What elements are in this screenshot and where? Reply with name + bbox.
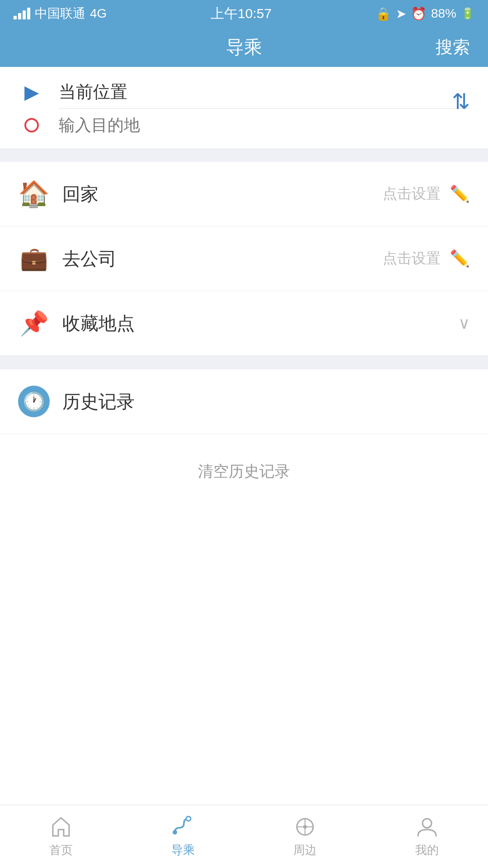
origin-row: ▶ 当前位置 xyxy=(18,80,470,104)
svg-point-0 xyxy=(173,830,177,835)
nav-item-home[interactable]: 首页 xyxy=(0,815,122,858)
nav-item-mine[interactable]: 我的 xyxy=(366,815,488,858)
location-icon: ➤ xyxy=(396,6,406,21)
network-label: 4G xyxy=(90,6,107,21)
briefcase-icon: 💼 xyxy=(20,245,48,272)
status-time: 上午10:57 xyxy=(211,5,272,23)
header: 导乘 搜索 xyxy=(0,27,488,67)
search-area: ▶ 当前位置 ⇅ xyxy=(0,67,488,148)
swap-button[interactable]: ⇅ xyxy=(452,89,470,114)
quick-access-section: 🏠 回家 点击设置 ✏️ 💼 去公司 点击设置 ✏️ 📌 收藏地点 ∨ xyxy=(0,162,488,356)
section-divider-1 xyxy=(0,148,488,162)
page-title: 导乘 xyxy=(226,35,262,60)
origin-label[interactable]: 当前位置 xyxy=(59,80,470,104)
battery-icon: 🔋 xyxy=(461,7,474,20)
work-label: 去公司 xyxy=(62,246,383,271)
favorites-icon-wrap: 📌 xyxy=(18,307,50,339)
list-item-work[interactable]: 💼 去公司 点击设置 ✏️ xyxy=(0,226,488,291)
history-label: 历史记录 xyxy=(62,389,135,414)
status-left: 中国联通 4G xyxy=(14,5,107,22)
signal-icon xyxy=(14,8,30,19)
home-nav-icon xyxy=(49,815,73,839)
destination-row xyxy=(18,116,470,139)
nav-label-home: 首页 xyxy=(49,842,73,858)
clock-icon-wrap: 🕐 xyxy=(18,386,50,417)
search-button[interactable]: 搜索 xyxy=(436,36,470,59)
clock-icon: 🕐 xyxy=(23,391,45,412)
chevron-down-icon[interactable]: ∨ xyxy=(458,314,470,333)
home-edit-icon[interactable]: ✏️ xyxy=(450,184,470,203)
clear-history-area: 清空历史记录 xyxy=(0,434,488,509)
lock-icon: 🔒 xyxy=(375,6,391,21)
favorites-label: 收藏地点 xyxy=(62,311,458,336)
navigation-nav-icon xyxy=(171,815,195,839)
svg-point-1 xyxy=(186,816,191,821)
destination-input[interactable] xyxy=(59,116,470,135)
bottom-nav: 首页 导乘 周边 我的 xyxy=(0,805,488,868)
carrier-label: 中国联通 xyxy=(35,5,85,22)
list-item-home[interactable]: 🏠 回家 点击设置 ✏️ xyxy=(0,162,488,226)
bookmark-icon: 📌 xyxy=(19,310,49,337)
nearby-nav-icon xyxy=(293,815,317,839)
history-section: 🕐 历史记录 xyxy=(0,369,488,434)
home-icon-wrap: 🏠 xyxy=(18,178,50,210)
nav-item-nearby[interactable]: 周边 xyxy=(244,815,366,858)
svg-point-6 xyxy=(422,819,432,828)
section-divider-2 xyxy=(0,356,488,369)
alarm-icon: ⏰ xyxy=(411,6,427,21)
origin-arrow-icon: ▶ xyxy=(24,81,39,103)
work-icon-wrap: 💼 xyxy=(18,243,50,274)
nav-label-mine: 我的 xyxy=(415,842,439,858)
origin-icon-area: ▶ xyxy=(18,81,45,103)
home-icon: 🏠 xyxy=(18,179,50,209)
destination-icon-area xyxy=(18,118,45,132)
divider xyxy=(59,108,470,108)
nav-item-navigation[interactable]: 导乘 xyxy=(122,815,244,858)
status-bar: 中国联通 4G 上午10:57 🔒 ➤ ⏰ 88% 🔋 xyxy=(0,0,488,27)
home-label: 回家 xyxy=(62,182,383,207)
clear-history-button[interactable]: 清空历史记录 xyxy=(198,461,290,482)
battery-label: 88% xyxy=(431,6,456,21)
work-edit-icon[interactable]: ✏️ xyxy=(450,249,470,268)
home-action-label[interactable]: 点击设置 xyxy=(383,184,441,204)
destination-dot-icon xyxy=(24,118,39,132)
mine-nav-icon xyxy=(415,815,439,839)
nav-label-nearby: 周边 xyxy=(293,842,317,858)
nav-label-navigation: 导乘 xyxy=(171,842,195,858)
list-item-favorites[interactable]: 📌 收藏地点 ∨ xyxy=(0,291,488,356)
svg-point-5 xyxy=(303,825,307,829)
work-action-label[interactable]: 点击设置 xyxy=(383,249,441,269)
status-right: 🔒 ➤ ⏰ 88% 🔋 xyxy=(375,6,474,21)
